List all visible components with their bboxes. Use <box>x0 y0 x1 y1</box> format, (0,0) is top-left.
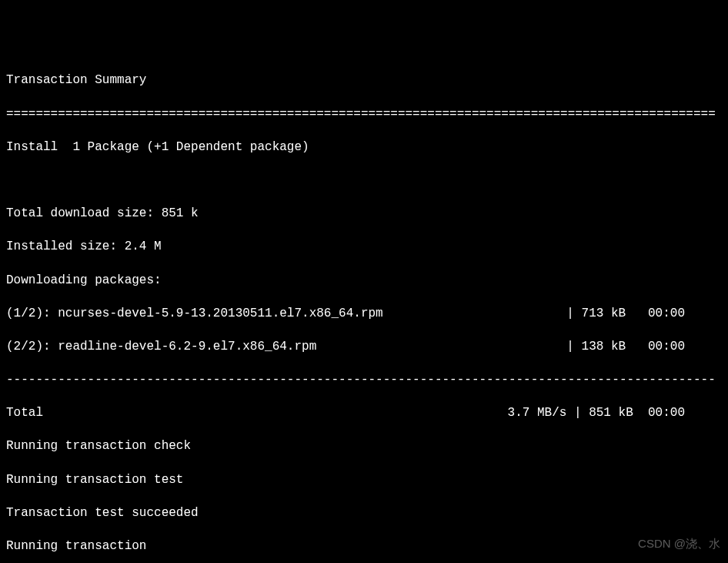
total-label: Total <box>6 405 43 422</box>
download-package-name: (1/2): ncurses-devel-5.9-13.20130511.el7… <box>6 306 383 323</box>
divider-dash: ----------------------------------------… <box>6 372 722 389</box>
divider-equals: ========================================… <box>6 106 722 123</box>
transaction-summary-header: Transaction Summary <box>6 72 722 89</box>
running-transaction-check: Running transaction check <box>6 438 722 455</box>
download-package-stats: | 138 kB 00:00 <box>566 339 722 356</box>
total-row: Total 3.7 MB/s | 851 kB 00:00 <box>6 405 722 422</box>
install-summary: Install 1 Package (+1 Dependent package) <box>6 139 722 156</box>
download-row: (2/2): readline-devel-6.2-9.el7.x86_64.r… <box>6 339 722 356</box>
total-download-size: Total download size: 851 k <box>6 206 722 223</box>
running-transaction: Running transaction <box>6 538 722 555</box>
download-package-stats: | 713 kB 00:00 <box>566 306 722 323</box>
total-stats: 3.7 MB/s | 851 kB 00:00 <box>508 405 722 422</box>
blank-line <box>6 173 722 189</box>
watermark: CSDN @浇、水 <box>638 536 720 551</box>
transaction-test-succeeded: Transaction test succeeded <box>6 505 722 522</box>
installed-size: Installed size: 2.4 M <box>6 239 722 256</box>
downloading-packages-header: Downloading packages: <box>6 273 722 290</box>
running-transaction-test: Running transaction test <box>6 472 722 489</box>
download-row: (1/2): ncurses-devel-5.9-13.20130511.el7… <box>6 306 722 323</box>
download-package-name: (2/2): readline-devel-6.2-9.el7.x86_64.r… <box>6 339 316 356</box>
